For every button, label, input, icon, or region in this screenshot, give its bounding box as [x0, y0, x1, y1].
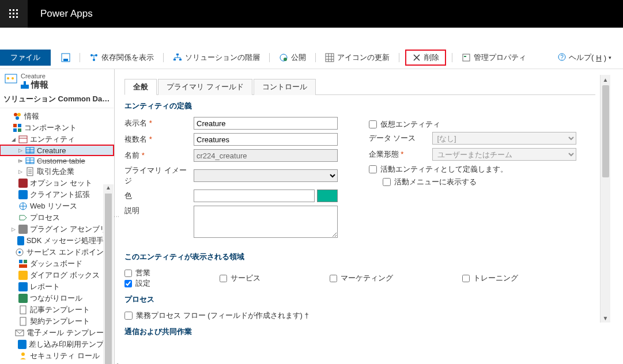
section-areas: このエンティティが表示される領域 — [124, 252, 595, 262]
hierarchy-button[interactable]: ソリューションの階層 — [169, 51, 263, 65]
tab-primary[interactable]: プライマリ フィールド — [158, 79, 252, 95]
nav-plugin[interactable]: ▷プラグイン アセンブリ — [0, 223, 114, 235]
area-marketing-checkbox[interactable] — [330, 275, 337, 282]
delete-button[interactable]: 削除 — [405, 50, 446, 66]
svg-rect-20 — [463, 54, 470, 61]
managed-props-icon — [462, 53, 471, 62]
svg-rect-5 — [16, 13, 18, 14]
svg-rect-36 — [19, 136, 27, 143]
nav-article[interactable]: 記事テンプレート — [0, 304, 114, 316]
svg-rect-45 — [19, 264, 27, 268]
sidebar-scrollbar[interactable]: ▲▼ — [103, 184, 114, 364]
svg-rect-28 — [24, 81, 26, 85]
splitter[interactable]: ⋮ — [114, 69, 119, 364]
nav-dialog[interactable]: ダイアログ ボックス — [0, 270, 114, 281]
svg-rect-34 — [13, 128, 17, 132]
description-input[interactable] — [194, 206, 338, 238]
area-service-checkbox[interactable] — [220, 275, 227, 282]
nav-optionsets[interactable]: オプション セット — [0, 177, 114, 189]
nav-mailmerge[interactable]: 差し込み印刷用テンプ… — [0, 339, 114, 350]
article-icon — [18, 305, 28, 314]
nav-secrole[interactable]: セキュリティ ロール — [0, 350, 114, 362]
dependencies-label: 依存関係を表示 — [101, 52, 154, 63]
tab-control[interactable]: コントロール — [254, 79, 316, 95]
nav-webres[interactable]: Web リソース — [0, 200, 114, 212]
section-entity-definition: エンティティの定義 — [124, 101, 595, 111]
dialog-icon — [18, 271, 28, 280]
nav-dash[interactable]: ダッシュボード — [0, 258, 114, 270]
nav-contract[interactable]: 契約テンプレート — [0, 316, 114, 327]
process-icon — [18, 213, 28, 222]
svg-rect-10 — [63, 59, 68, 61]
nav-entity-creature[interactable]: ▷Creature — [0, 145, 114, 156]
svg-point-42 — [18, 251, 21, 253]
nav-svcep[interactable]: サービス エンドポイント — [0, 247, 114, 258]
svg-rect-3 — [9, 13, 11, 14]
primary-image-select[interactable] — [194, 169, 338, 182]
svg-rect-4 — [13, 13, 14, 14]
svg-rect-47 — [20, 317, 26, 325]
svg-point-18 — [284, 58, 287, 61]
color-input[interactable] — [194, 189, 315, 202]
svg-rect-14 — [176, 54, 179, 55]
waffle-icon — [9, 9, 18, 18]
nav-info[interactable]: 情報 — [0, 111, 114, 122]
secrole-icon — [18, 351, 28, 361]
virtual-entity-checkbox[interactable] — [369, 120, 377, 128]
publish-label: 公開 — [291, 52, 306, 63]
file-menu-button[interactable]: ファイル — [0, 50, 51, 66]
nav-sdk[interactable]: SDK メッセージ処理手順 — [0, 235, 114, 247]
svg-rect-1 — [13, 9, 14, 11]
tab-general[interactable]: 全般 — [124, 79, 157, 95]
publish-button[interactable]: 公開 — [275, 51, 309, 65]
content-scrollbar[interactable]: ▲▼ — [600, 75, 610, 323]
help-icon: ? — [557, 52, 567, 63]
entity-editor-icon — [5, 73, 17, 85]
nav-process[interactable]: プロセス — [0, 212, 114, 223]
svg-rect-6 — [9, 16, 11, 18]
display-name-input[interactable] — [194, 117, 338, 130]
svg-rect-2 — [16, 9, 18, 11]
dependencies-button[interactable]: 依存関係を表示 — [86, 51, 157, 65]
nav-clientext[interactable]: クライアント拡張 — [0, 189, 114, 200]
content: 全般 プライマリ フィールド コントロール エンティティの定義 表示名 * 複数… — [119, 69, 623, 364]
svg-rect-21 — [464, 56, 466, 57]
plugin-icon — [18, 225, 28, 234]
svg-rect-8 — [16, 16, 18, 18]
managed-props-button[interactable]: 管理プロパティ — [458, 51, 530, 65]
area-sales-checkbox[interactable] — [124, 270, 132, 277]
svg-rect-35 — [18, 128, 21, 132]
activity-entity-checkbox[interactable] — [369, 165, 377, 173]
svg-rect-19 — [326, 54, 334, 62]
nav-entity-account[interactable]: ▷取引先企業 — [0, 166, 114, 177]
save-button[interactable] — [58, 51, 74, 64]
nav-tree: 情報 コンポーネント ◢エンティティ ▷Creature ▷Custome ta… — [0, 108, 114, 364]
nav-entities[interactable]: ◢エンティティ — [0, 134, 114, 145]
delete-label: 削除 — [424, 52, 439, 63]
nav-fieldsec[interactable]: フィールド セキュリティ プ… — [0, 362, 114, 364]
bpf-checkbox[interactable] — [124, 312, 133, 320]
app-launcher-button[interactable] — [0, 0, 28, 28]
color-swatch[interactable] — [317, 189, 338, 202]
icon-update-button[interactable]: アイコンの更新 — [322, 51, 393, 65]
entity-icon — [18, 135, 28, 144]
nav-report[interactable]: レポート — [0, 281, 114, 293]
plural-name-input[interactable] — [194, 133, 338, 146]
solution-label: ソリューション Common Data S… — [0, 92, 114, 108]
activity-menu-checkbox[interactable] — [383, 178, 391, 186]
svg-point-49 — [21, 352, 25, 356]
globe-icon — [18, 202, 28, 211]
nav-entity-custom[interactable]: ▷Custome table — [0, 156, 114, 166]
nav-email[interactable]: 電子メール テンプレート — [0, 327, 114, 339]
info-icon — [13, 112, 22, 121]
area-settings-checkbox[interactable] — [124, 280, 132, 287]
section-communication: 通信および共同作業 — [124, 327, 595, 337]
nav-components[interactable]: コンポーネント — [0, 122, 114, 134]
contract-icon — [18, 317, 28, 326]
nav-connrole[interactable]: つながりロール — [0, 293, 114, 304]
help-link[interactable]: ? ヘルプ(H) ▾ — [557, 52, 611, 63]
svg-rect-0 — [9, 9, 11, 11]
area-training-checkbox[interactable] — [462, 275, 470, 282]
email-icon — [15, 328, 24, 338]
svg-rect-24 — [5, 74, 17, 83]
